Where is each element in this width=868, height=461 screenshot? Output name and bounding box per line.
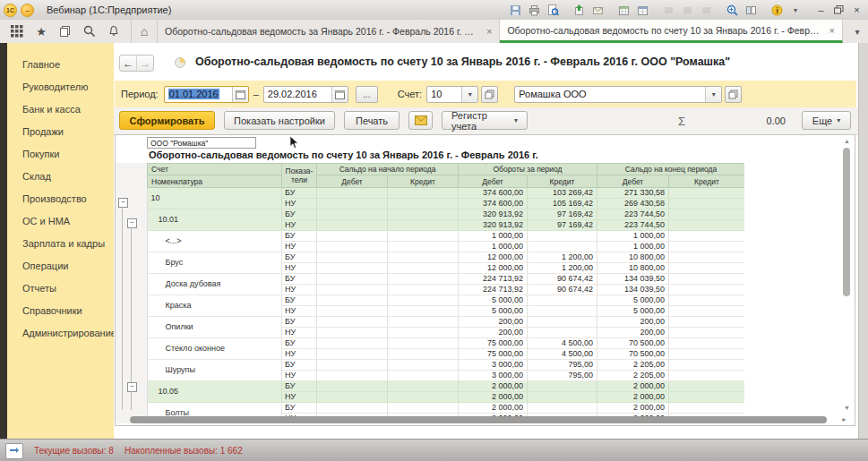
col-header-debit[interactable]: Дебет — [459, 175, 528, 188]
amount-cell[interactable] — [317, 328, 388, 338]
amount-cell[interactable]: 200,00 — [459, 328, 528, 338]
row-indicator[interactable]: БУ — [282, 231, 317, 242]
menu-grid-icon[interactable] — [9, 23, 25, 39]
row-account-name[interactable]: 10.01 — [148, 209, 282, 231]
amount-cell[interactable] — [669, 360, 744, 371]
amount-cell[interactable]: 223 744,50 — [597, 220, 669, 231]
amount-cell[interactable] — [669, 274, 744, 285]
minimize-button[interactable]: – — [813, 4, 829, 17]
amount-cell[interactable] — [388, 360, 459, 371]
tab-overflow-chevron-icon[interactable]: ▾ — [847, 20, 868, 43]
amount-cell[interactable] — [317, 242, 388, 252]
scroll-down-icon[interactable]: ▼ — [844, 405, 850, 411]
col-group-turnover[interactable]: Обороты за период — [459, 164, 597, 175]
amount-cell[interactable] — [528, 242, 597, 252]
amount-cell[interactable] — [669, 381, 744, 392]
amount-cell[interactable]: 97 169,42 — [528, 209, 597, 220]
amount-cell[interactable]: 224 713,92 — [459, 274, 528, 285]
account-open-icon[interactable] — [481, 86, 498, 103]
amount-cell[interactable] — [317, 220, 388, 231]
calendar-picker-icon[interactable] — [232, 87, 248, 102]
col-header-indicators[interactable]: Показа-тели — [282, 164, 317, 188]
amount-cell[interactable]: 1 000,00 — [459, 242, 528, 252]
amount-cell[interactable] — [317, 252, 388, 263]
col-header-credit[interactable]: Кредит — [669, 175, 744, 188]
more-menu-button[interactable]: Еще ▾ — [802, 111, 851, 130]
tab-close-icon[interactable]: × — [829, 25, 834, 36]
amount-cell[interactable] — [317, 349, 388, 360]
amount-cell[interactable] — [388, 306, 459, 317]
table-row[interactable]: БрусБУ12 000,001 200,0010 800,00 — [148, 252, 745, 263]
amount-cell[interactable] — [388, 295, 459, 306]
amount-cell[interactable]: 10 800,00 — [597, 263, 669, 274]
amount-cell[interactable]: 4 500,00 — [528, 349, 597, 360]
amount-cell[interactable] — [388, 188, 459, 199]
amount-cell[interactable]: 200,00 — [459, 317, 528, 328]
row-account-name[interactable]: Брус — [148, 252, 282, 274]
amount-cell[interactable] — [388, 392, 459, 403]
amount-cell[interactable] — [669, 252, 744, 263]
amount-cell[interactable]: 3 000,00 — [459, 360, 528, 371]
table-row[interactable]: Стекло оконноеБУ75 000,004 500,0070 500,… — [148, 338, 745, 349]
table-row[interactable]: ШурупыБУ3 000,00795,002 205,00 — [148, 360, 745, 371]
amount-cell[interactable]: 2 205,00 — [597, 371, 669, 381]
print-button[interactable]: Печать — [344, 111, 400, 130]
notifications-bell-icon[interactable] — [106, 23, 122, 39]
forward-button[interactable]: → — [136, 55, 153, 71]
row-account-name[interactable]: Стекло оконное — [148, 338, 282, 360]
amount-cell[interactable]: 2 205,00 — [597, 360, 669, 371]
table-row[interactable]: Доска дубоваяБУ224 713,9290 674,42134 03… — [148, 274, 745, 285]
row-indicator[interactable]: БУ — [282, 209, 317, 220]
amount-cell[interactable]: 75 000,00 — [459, 338, 528, 349]
row-indicator[interactable]: НУ — [282, 285, 317, 295]
sidebar-item-7[interactable]: ОС и НМА — [7, 210, 114, 233]
row-indicator[interactable]: БУ — [282, 188, 317, 199]
amount-cell[interactable]: 97 169,42 — [528, 220, 597, 231]
group-collapse-icon[interactable]: − — [118, 198, 128, 208]
sidebar-item-4[interactable]: Покупки — [7, 143, 114, 166]
amount-cell[interactable] — [669, 295, 744, 306]
amount-cell[interactable] — [669, 392, 744, 403]
amount-cell[interactable] — [388, 349, 459, 360]
scroll-right-icon[interactable]: ► — [841, 416, 847, 423]
home-tab[interactable]: ⌂ — [131, 20, 158, 43]
amount-cell[interactable] — [317, 285, 388, 295]
amount-cell[interactable]: 12 000,00 — [459, 263, 528, 274]
row-account-name[interactable]: 10 — [148, 188, 282, 209]
amount-cell[interactable]: 5 000,00 — [459, 295, 528, 306]
table-icon[interactable] — [634, 3, 650, 18]
amount-cell[interactable] — [388, 274, 459, 285]
col-group-opening-balance[interactable]: Сальдо на начало периода — [317, 164, 459, 175]
amount-cell[interactable]: 795,00 — [528, 360, 597, 371]
amount-cell[interactable] — [388, 328, 459, 338]
amount-cell[interactable] — [669, 263, 744, 274]
amount-cell[interactable] — [388, 403, 459, 414]
amount-cell[interactable] — [528, 403, 597, 414]
amount-cell[interactable] — [317, 231, 388, 242]
col-header-nomenclature[interactable]: Номенклатура — [148, 175, 282, 188]
restore-button[interactable] — [831, 4, 847, 17]
amount-cell[interactable] — [317, 295, 388, 306]
sidebar-item-1[interactable]: Руководителю — [7, 76, 114, 98]
amount-cell[interactable] — [317, 306, 388, 317]
mail-icon[interactable] — [589, 3, 606, 18]
amount-cell[interactable]: 70 500,00 — [597, 349, 669, 360]
amount-cell[interactable] — [528, 381, 597, 392]
row-indicator[interactable]: НУ — [282, 242, 317, 252]
horizontal-scrollbar[interactable] — [121, 415, 838, 424]
row-indicator[interactable]: БУ — [282, 317, 317, 328]
amount-cell[interactable]: 75 000,00 — [459, 349, 528, 360]
table-row[interactable]: <...>БУ1 000,001 000,00 — [148, 231, 745, 242]
amount-cell[interactable] — [528, 317, 597, 328]
amount-cell[interactable]: 5 000,00 — [459, 306, 528, 317]
table-row[interactable]: 10.05БУ2 000,002 000,00 — [148, 381, 745, 392]
amount-cell[interactable] — [388, 242, 459, 252]
generate-button[interactable]: Сформировать — [119, 111, 215, 130]
show-settings-button[interactable]: Показать настройки — [224, 111, 335, 130]
amount-cell[interactable] — [317, 381, 388, 392]
amount-cell[interactable]: 271 330,58 — [597, 188, 669, 199]
amount-cell[interactable] — [528, 306, 597, 317]
row-account-name[interactable]: Краска — [148, 295, 282, 317]
info-icon[interactable]: i — [769, 3, 785, 18]
scroll-up-icon[interactable]: ▲ — [844, 138, 850, 144]
